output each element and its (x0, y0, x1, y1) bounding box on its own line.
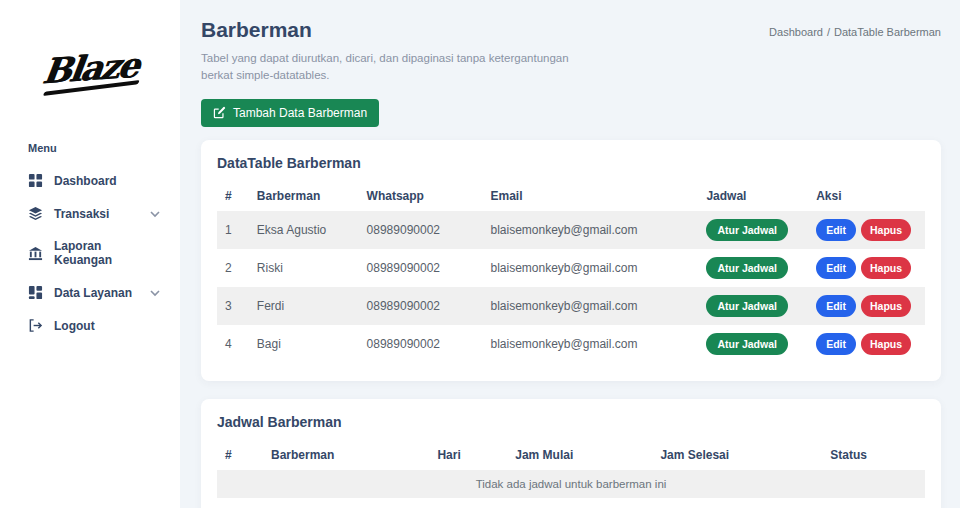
bank-icon (28, 246, 43, 261)
column-header: Barberman (263, 440, 429, 470)
empty-row: Tidak ada jadwal untuk barberman ini (217, 498, 925, 508)
edit-button[interactable]: Edit (816, 295, 856, 317)
barberman-name: Eksa Agustio (249, 211, 359, 249)
atur-jadwal-button[interactable]: Atur Jadwal (706, 219, 788, 241)
edit-button[interactable]: Edit (816, 333, 856, 355)
jadwal-table: # Barberman Hari Jam Mulai Jam Selesai S… (217, 440, 925, 508)
page-title: Barberman (201, 18, 312, 42)
hapus-button[interactable]: Hapus (861, 257, 911, 279)
column-header: # (217, 440, 263, 470)
blaze-logo[interactable]: Blaze (29, 44, 152, 94)
datatable-barberman-card: DataTable Barberman # Barberman Whatsapp… (201, 140, 941, 381)
barberman-name: Ferdi (249, 287, 359, 325)
column-header: Email (482, 181, 698, 211)
row-number: 2 (217, 249, 249, 287)
card-title: DataTable Barberman (217, 155, 925, 171)
whatsapp-number: 08989090002 (359, 287, 483, 325)
pencil-square-icon (213, 106, 226, 119)
hapus-button[interactable]: Hapus (861, 333, 911, 355)
sidebar: Blaze Menu Dashboard Transaksi Laporan K… (0, 0, 180, 508)
chevron-down-icon (150, 288, 160, 298)
atur-jadwal-button[interactable]: Atur Jadwal (706, 257, 788, 279)
empty-message: Tidak ada jadwal untuk barberman ini (217, 498, 925, 508)
barberman-table: # Barberman Whatsapp Email Jadwal Aksi 1… (217, 181, 925, 363)
sidebar-item-transaksi[interactable]: Transaksi (0, 197, 180, 230)
sidebar-item-label: Data Layanan (54, 286, 132, 300)
email-address: blaisemonkeyb@gmail.com (482, 249, 698, 287)
table-header-row: # Barberman Hari Jam Mulai Jam Selesai S… (217, 440, 925, 470)
chevron-down-icon (150, 209, 160, 219)
column-header: # (217, 181, 249, 211)
atur-jadwal-button[interactable]: Atur Jadwal (706, 333, 788, 355)
sidebar-item-dashboard[interactable]: Dashboard (0, 164, 180, 197)
barberman-name: Riski (249, 249, 359, 287)
hapus-button[interactable]: Hapus (861, 219, 911, 241)
breadcrumb-separator: / (827, 26, 830, 38)
row-number: 3 (217, 287, 249, 325)
edit-button[interactable]: Edit (816, 257, 856, 279)
barberman-name: Bagi (249, 325, 359, 363)
atur-jadwal-button[interactable]: Atur Jadwal (706, 295, 788, 317)
button-label: Tambah Data Barberman (233, 106, 367, 120)
email-address: blaisemonkeyb@gmail.com (482, 211, 698, 249)
layers-icon (28, 206, 43, 221)
whatsapp-number: 08989090002 (359, 211, 483, 249)
sidebar-item-label: Logout (54, 319, 95, 333)
row-number: 4 (217, 325, 249, 363)
column-header: Barberman (249, 181, 359, 211)
row-number: 1 (217, 211, 249, 249)
sidebar-item-logout[interactable]: Logout (0, 309, 180, 342)
table-header-row: # Barberman Whatsapp Email Jadwal Aksi (217, 181, 925, 211)
table-row: 1 Eksa Agustio 08989090002 blaisemonkeyb… (217, 211, 925, 249)
column-header: Hari (429, 440, 507, 470)
column-header: Whatsapp (359, 181, 483, 211)
breadcrumb-current: DataTable Barberman (834, 26, 941, 38)
breadcrumb-dashboard[interactable]: Dashboard (769, 26, 823, 38)
email-address: blaisemonkeyb@gmail.com (482, 287, 698, 325)
email-address: blaisemonkeyb@gmail.com (482, 325, 698, 363)
tambah-data-barberman-button[interactable]: Tambah Data Barberman (201, 99, 379, 127)
column-header: Jam Selesai (652, 440, 822, 470)
sidebar-item-data-layanan[interactable]: Data Layanan (0, 276, 180, 309)
card-title: Jadwal Barberman (217, 414, 925, 430)
logout-icon (28, 318, 43, 333)
columns-icon (28, 285, 43, 300)
whatsapp-number: 08989090002 (359, 325, 483, 363)
whatsapp-number: 08989090002 (359, 249, 483, 287)
grid-icon (28, 173, 43, 188)
sidebar-item-label: Dashboard (54, 174, 117, 188)
breadcrumb: Dashboard/DataTable Barberman (769, 26, 941, 38)
edit-button[interactable]: Edit (816, 219, 856, 241)
menu-section-label: Menu (28, 142, 180, 154)
hapus-button[interactable]: Hapus (861, 295, 911, 317)
page-header: Barberman Dashboard/DataTable Barberman (201, 18, 941, 42)
sidebar-item-label: Laporan Keuangan (54, 239, 160, 267)
column-header: Aksi (808, 181, 925, 211)
column-header: Jadwal (698, 181, 808, 211)
sidebar-item-laporan-keuangan[interactable]: Laporan Keuangan (0, 230, 180, 276)
jadwal-barberman-card: Jadwal Barberman # Barberman Hari Jam Mu… (201, 399, 941, 508)
sidebar-item-label: Transaksi (54, 207, 109, 221)
column-header: Jam Mulai (507, 440, 652, 470)
table-row: 4 Bagi 08989090002 blaisemonkeyb@gmail.c… (217, 325, 925, 363)
main-content: Barberman Dashboard/DataTable Barberman … (180, 0, 960, 508)
page-subtitle: Tabel yang dapat diurutkan, dicari, dan … (201, 50, 601, 85)
column-header: Status (822, 440, 925, 470)
table-row: 3 Ferdi 08989090002 blaisemonkeyb@gmail.… (217, 287, 925, 325)
empty-row: Tidak ada jadwal untuk barberman ini (217, 470, 925, 498)
table-row: 2 Riski 08989090002 blaisemonkeyb@gmail.… (217, 249, 925, 287)
empty-message: Tidak ada jadwal untuk barberman ini (217, 470, 925, 498)
